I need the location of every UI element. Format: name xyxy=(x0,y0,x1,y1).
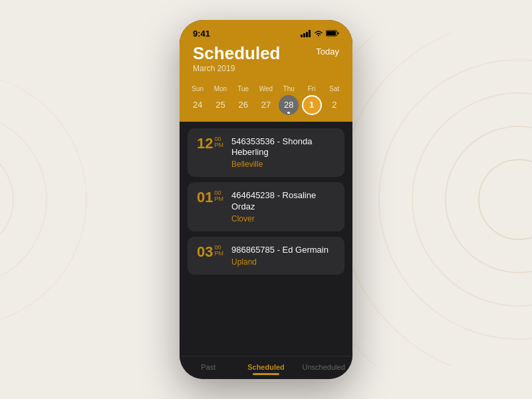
day-24[interactable]: 24 xyxy=(188,95,207,115)
svg-point-0 xyxy=(479,160,532,239)
day-28-selected[interactable]: 28 xyxy=(279,95,299,115)
signal-icon xyxy=(301,30,311,37)
day-numbers-row: 24 25 26 27 28 1 2 xyxy=(186,95,346,115)
appt-3-details: 986865785 - Ed Germain Upland xyxy=(231,245,335,267)
appointment-1[interactable]: 12 00 PM 546353536 - Shonda Heberling Be… xyxy=(188,128,344,178)
day-indicator xyxy=(287,112,290,114)
appt-3-location: Upland xyxy=(231,257,335,267)
day-27[interactable]: 27 xyxy=(256,95,276,115)
day-label-fri[interactable]: Fri xyxy=(302,85,322,92)
svg-rect-12 xyxy=(309,30,311,37)
tab-past-label: Past xyxy=(201,363,215,371)
appt-1-details: 546353536 - Shonda Heberling Belleville xyxy=(231,136,335,170)
appt-2-time: 01 00 PM xyxy=(197,190,223,223)
tab-past[interactable]: Past xyxy=(180,363,237,371)
appt-2-ampm: PM xyxy=(214,196,223,202)
battery-icon xyxy=(326,30,339,37)
day-label-wed[interactable]: Wed xyxy=(256,85,276,92)
appt-2-hour: 01 xyxy=(197,190,213,205)
appt-1-ampm: PM xyxy=(214,142,223,148)
appt-3-time: 03 00 PM xyxy=(197,245,223,267)
appt-1-location: Belleville xyxy=(231,160,335,169)
svg-point-2 xyxy=(412,93,532,306)
tab-scheduled[interactable]: Scheduled xyxy=(237,363,295,371)
svg-point-3 xyxy=(379,60,532,339)
appointment-2[interactable]: 01 00 PM 464645238 - Rosaline Ordaz Clov… xyxy=(188,182,344,231)
day-1-today[interactable]: 1 xyxy=(302,95,322,115)
svg-rect-9 xyxy=(301,35,303,37)
day-labels-row: Sun Mon Tue Wed Thu Fri Sat xyxy=(186,85,346,92)
day-2[interactable]: 2 xyxy=(325,95,344,115)
appt-1-time: 12 00 PM xyxy=(197,136,223,170)
tab-unscheduled[interactable]: Unscheduled xyxy=(295,363,352,371)
day-25[interactable]: 25 xyxy=(210,95,230,115)
svg-point-8 xyxy=(0,73,86,326)
svg-rect-16 xyxy=(327,31,336,35)
status-icons xyxy=(301,30,339,37)
appt-3-name: 986865785 - Ed Germain xyxy=(231,245,335,256)
svg-point-6 xyxy=(0,146,13,253)
day-26[interactable]: 26 xyxy=(233,95,253,115)
wifi-icon xyxy=(314,30,323,37)
week-strip: Sun Mon Tue Wed Thu Fri Sat 24 25 26 27 … xyxy=(180,80,352,122)
status-bar: 9:41 xyxy=(180,20,352,41)
tab-bar: Past Scheduled Unscheduled xyxy=(180,356,352,379)
day-label-sun[interactable]: Sun xyxy=(188,85,207,92)
day-label-sat[interactable]: Sat xyxy=(325,85,344,92)
appointments-list: 12 00 PM 546353536 - Shonda Heberling Be… xyxy=(180,122,352,356)
today-button[interactable]: Today xyxy=(316,44,339,57)
svg-point-4 xyxy=(339,33,532,366)
phone-shell: 9:41 xyxy=(180,20,352,379)
status-time: 9:41 xyxy=(193,29,210,39)
tab-active-indicator xyxy=(253,373,279,375)
header-subtitle: March 2019 xyxy=(193,64,280,73)
appt-1-name: 546353536 - Shonda Heberling xyxy=(231,136,335,159)
tab-scheduled-label: Scheduled xyxy=(247,363,285,371)
svg-rect-15 xyxy=(338,33,339,35)
tab-unscheduled-label: Unscheduled xyxy=(303,363,345,371)
page-title: Scheduled xyxy=(193,44,280,63)
appt-3-hour: 03 xyxy=(197,245,213,259)
day-label-thu[interactable]: Thu xyxy=(279,85,299,92)
appt-3-ampm: PM xyxy=(214,251,223,257)
day-label-mon[interactable]: Mon xyxy=(210,85,230,92)
svg-rect-10 xyxy=(303,33,305,37)
svg-rect-11 xyxy=(306,32,308,37)
day-label-tue[interactable]: Tue xyxy=(233,85,253,92)
appointment-3[interactable]: 03 00 PM 986865785 - Ed Germain Upland xyxy=(188,237,344,275)
svg-point-13 xyxy=(318,35,319,37)
appt-2-details: 464645238 - Rosaline Ordaz Clover xyxy=(231,190,335,223)
svg-point-7 xyxy=(0,113,47,286)
appt-1-hour: 12 xyxy=(197,136,213,151)
appt-2-name: 464645238 - Rosaline Ordaz xyxy=(231,190,335,213)
app-header: Scheduled March 2019 Today xyxy=(180,41,352,80)
svg-point-1 xyxy=(446,126,532,273)
appt-2-location: Clover xyxy=(231,214,335,223)
